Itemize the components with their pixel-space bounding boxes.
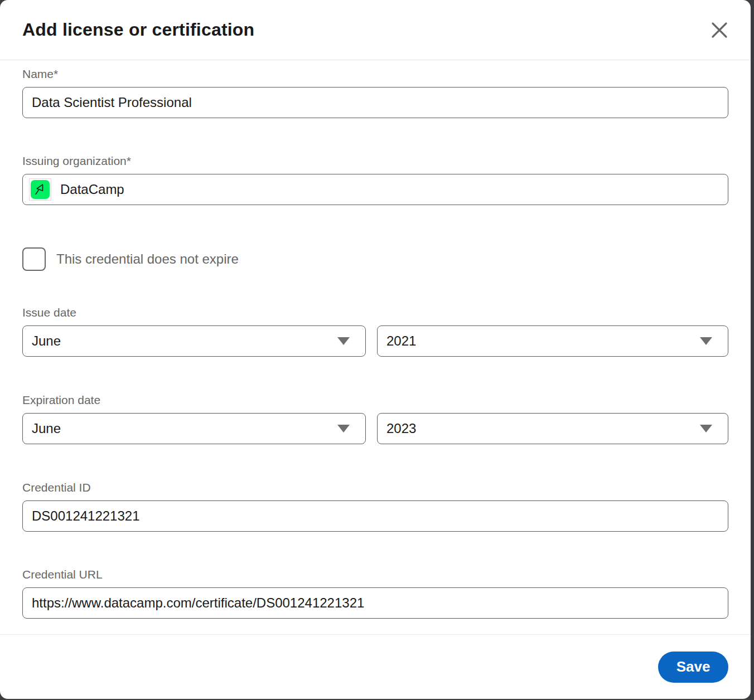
name-field-group: Name* <box>22 67 728 118</box>
issue-year-dropdown[interactable]: 2021 <box>377 325 728 357</box>
credential-url-field-group: Credential URL <box>22 567 728 619</box>
name-label: Name* <box>22 67 728 81</box>
issuing-org-input[interactable] <box>60 182 719 197</box>
credential-url-label: Credential URL <box>22 567 728 582</box>
no-expire-checkbox[interactable] <box>22 247 46 271</box>
org-logo-frame <box>29 178 51 201</box>
add-license-modal: Add license or certification Name* Issui… <box>0 0 751 699</box>
issuing-org-label: Issuing organization* <box>22 154 728 168</box>
credential-id-field-group: Credential ID <box>22 480 728 532</box>
modal-title: Add license or certification <box>22 20 704 40</box>
chevron-down-icon <box>337 425 350 432</box>
chevron-down-icon <box>700 337 712 345</box>
credential-id-input[interactable] <box>22 500 728 532</box>
expiration-date-field-group: Expiration date June 2023 <box>22 393 728 444</box>
issuing-org-field-group: Issuing organization* <box>22 154 728 205</box>
modal-footer: Save <box>0 634 751 699</box>
expiration-month-dropdown[interactable]: June <box>22 413 366 444</box>
issue-date-row: June 2021 <box>22 325 728 357</box>
modal-body: Name* Issuing organization* <box>0 60 751 634</box>
expiration-date-row: June 2023 <box>22 413 728 444</box>
save-button[interactable]: Save <box>658 652 728 683</box>
expiration-date-label: Expiration date <box>22 393 728 407</box>
issue-date-label: Issue date <box>22 305 728 320</box>
expiration-year-value: 2023 <box>386 421 700 436</box>
issue-month-value: June <box>32 333 337 349</box>
close-button[interactable] <box>704 14 735 46</box>
chevron-down-icon <box>337 337 350 345</box>
credential-url-input[interactable] <box>22 587 728 619</box>
no-expire-checkbox-label[interactable]: This credential does not expire <box>56 251 239 267</box>
modal-header: Add license or certification <box>0 0 751 60</box>
name-input[interactable] <box>22 87 728 118</box>
issue-date-field-group: Issue date June 2021 <box>22 305 728 357</box>
chevron-down-icon <box>700 425 712 432</box>
issue-month-dropdown[interactable]: June <box>22 325 366 357</box>
no-expire-checkbox-row: This credential does not expire <box>22 247 728 271</box>
expiration-month-value: June <box>32 421 337 436</box>
issue-year-value: 2021 <box>386 333 700 349</box>
datacamp-flag-icon <box>31 180 50 199</box>
issuing-org-input-wrap[interactable] <box>22 174 728 205</box>
credential-id-label: Credential ID <box>22 480 728 495</box>
expiration-year-dropdown[interactable]: 2023 <box>377 413 728 444</box>
close-icon <box>710 21 729 40</box>
